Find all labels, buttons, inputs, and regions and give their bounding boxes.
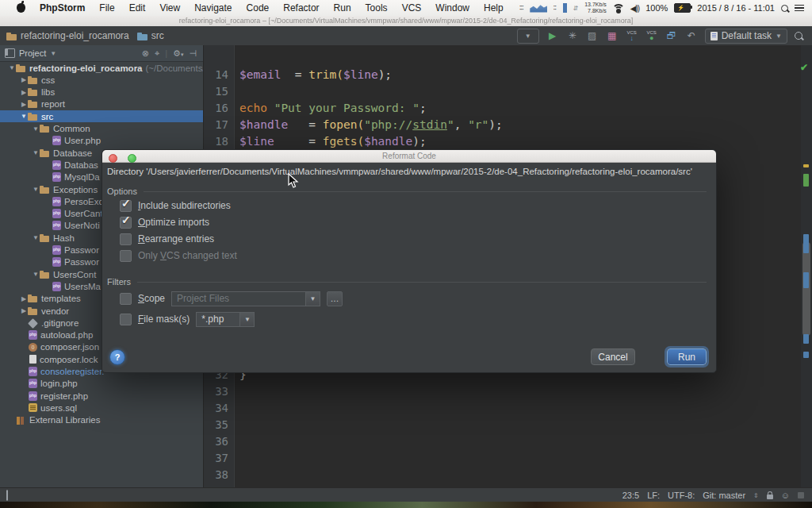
coverage-icon[interactable]: ▨ xyxy=(586,29,599,43)
tree-collapsed-icon[interactable]: ▶ xyxy=(20,76,28,83)
line-number: 34 xyxy=(205,400,228,417)
istat-mem-icon[interactable]: ▪▪▪▪ xyxy=(553,5,556,12)
tree-expanded-icon[interactable]: ▼ xyxy=(32,234,40,241)
tree-collapsed-icon[interactable]: ▶ xyxy=(20,295,28,302)
rollback-icon[interactable]: ↶ xyxy=(685,29,698,43)
tree-expanded-icon[interactable]: ▼ xyxy=(8,64,16,71)
istat-bar-icon[interactable] xyxy=(563,3,567,13)
search-everywhere-icon[interactable] xyxy=(795,32,802,40)
checkbox-checked[interactable] xyxy=(120,200,132,212)
php-icon xyxy=(52,136,61,145)
hector-inspector-icon[interactable]: ☺ xyxy=(781,491,790,500)
tree-collapsed-icon[interactable]: ▶ xyxy=(20,89,28,96)
menu-item-vcs[interactable]: VCS xyxy=(395,0,429,16)
spotlight-icon[interactable] xyxy=(781,5,788,12)
chevron-down-icon[interactable]: ▼ xyxy=(50,50,56,57)
close-window-button[interactable] xyxy=(109,154,117,163)
chevron-down-icon[interactable]: ▼ xyxy=(240,312,255,327)
tree-collapsed-icon[interactable]: ▶ xyxy=(20,101,28,108)
configure-colors-icon[interactable]: ▦ xyxy=(606,29,619,43)
breadcrumb-item[interactable]: src xyxy=(137,30,164,41)
tree-item-libs[interactable]: ▶libs xyxy=(0,87,204,98)
show-changes-icon[interactable]: 🗗 xyxy=(665,29,678,43)
volume-icon[interactable]: ◀)) xyxy=(630,4,639,13)
vcs-commit-icon[interactable]: VCS● xyxy=(645,29,658,43)
battery-icon[interactable]: ⚡ xyxy=(674,3,691,13)
network-speed[interactable]: 13.7Kb/s 7.8Kb/s xyxy=(584,2,607,14)
tree-collapsed-icon[interactable]: ▶ xyxy=(20,307,28,314)
istat-arrows-icon[interactable]: ⇵ xyxy=(573,5,579,12)
gear-icon[interactable]: ⚙▾ xyxy=(173,48,183,59)
chevron-down-icon[interactable]: ▼ xyxy=(306,291,320,306)
file-mask-combo[interactable]: *.php ▼ xyxy=(196,312,255,327)
tree-item-users-sql[interactable]: users.sql xyxy=(0,402,204,414)
checkbox-checked[interactable] xyxy=(120,217,132,229)
menu-item-edit[interactable]: Edit xyxy=(122,0,153,16)
scrollbar-thumb[interactable] xyxy=(802,242,810,336)
project-panel-title[interactable]: Project xyxy=(19,48,46,58)
tree-item-label: composer.lock xyxy=(40,355,98,364)
run-button[interactable]: Run xyxy=(667,348,707,365)
task-combo[interactable]: Default task ▼ xyxy=(705,29,787,44)
menu-clock[interactable]: 2015 / 8 / 16 - 11:01 xyxy=(697,3,775,13)
scrollbar-mark xyxy=(803,164,809,167)
file-mask-checkbox[interactable] xyxy=(120,314,132,325)
tree-expanded-icon[interactable]: ▼ xyxy=(32,186,40,193)
help-button[interactable]: ? xyxy=(109,349,125,365)
toolwindow-toggle[interactable] xyxy=(0,491,8,500)
line-ending[interactable]: LF: xyxy=(647,491,660,500)
encoding[interactable]: UTF-8: xyxy=(668,491,695,500)
divider: | xyxy=(165,48,167,58)
vcs-update-icon[interactable]: VCS↓ xyxy=(626,29,638,43)
istat-cpu-graph-icon[interactable] xyxy=(530,4,547,13)
collapse-all-icon[interactable]: ⊗ xyxy=(142,48,149,59)
scroll-to-source-icon[interactable]: ⌖ xyxy=(155,48,159,59)
editor-scrollbar[interactable] xyxy=(801,45,812,487)
browse-scope-button[interactable]: … xyxy=(327,291,343,306)
tree-item-login-php[interactable]: login.php xyxy=(0,378,204,390)
git-branch[interactable]: Git: master xyxy=(703,491,745,500)
breadcrumb-item[interactable]: refactoring-eloi_rocamora xyxy=(6,30,129,41)
checkbox-unchecked[interactable] xyxy=(120,233,132,245)
hide-panel-icon[interactable]: ⊣ xyxy=(189,48,197,59)
tree-item-register-php[interactable]: register.php xyxy=(0,390,204,402)
apple-menu[interactable] xyxy=(10,0,33,16)
notification-center-icon[interactable] xyxy=(795,5,804,12)
tree-item-refactoring-eloi-rocamora[interactable]: ▼refactoring-eloi_rocamora(~/Documents/V… xyxy=(0,62,204,74)
scope-checkbox[interactable] xyxy=(120,293,132,305)
menu-item-window[interactable]: Window xyxy=(428,0,477,16)
tree-expanded-icon[interactable]: ▼ xyxy=(20,113,28,120)
tree-expanded-icon[interactable]: ▼ xyxy=(32,149,40,156)
menu-item-run[interactable]: Run xyxy=(327,0,358,16)
menu-item-navigate[interactable]: Navigate xyxy=(187,0,239,16)
debug-icon[interactable]: ✳ xyxy=(566,29,579,43)
tree-item-report[interactable]: ▶report xyxy=(0,98,204,110)
menu-item-file[interactable]: File xyxy=(92,0,121,16)
tree-item-css[interactable]: ▶css xyxy=(0,74,204,86)
tree-item-common[interactable]: ▼Common xyxy=(0,123,204,135)
menu-item-tools[interactable]: Tools xyxy=(358,0,395,16)
scope-combo[interactable]: Project Files ▼ xyxy=(171,291,320,306)
tree-item-external-libraries[interactable]: External Libraries xyxy=(0,414,204,426)
php-icon xyxy=(52,197,61,206)
tree-item-src[interactable]: ▼src xyxy=(0,110,204,122)
dialog-title-bar[interactable]: Reformat Code xyxy=(102,150,716,163)
menu-item-code[interactable]: Code xyxy=(239,0,277,16)
menu-item-phpstorm[interactable]: PhpStorm xyxy=(33,0,92,16)
inspection-ok-icon[interactable]: ✔ xyxy=(800,63,810,72)
menu-item-help[interactable]: Help xyxy=(477,0,511,16)
caret-position[interactable]: 23:5 xyxy=(622,491,639,500)
tree-expanded-icon[interactable]: ▼ xyxy=(32,271,40,278)
zoom-window-button[interactable] xyxy=(128,154,136,163)
lock-icon[interactable] xyxy=(767,495,773,499)
istat-text-icon[interactable]: ▪▪▪▪▪▪ xyxy=(520,5,524,12)
wifi-icon[interactable] xyxy=(613,4,624,12)
tree-expanded-icon[interactable]: ▼ xyxy=(32,125,40,133)
run-config-dropdown[interactable]: ▼ xyxy=(517,29,539,44)
cancel-button[interactable]: Cancel xyxy=(591,348,635,365)
run-icon[interactable]: ▶ xyxy=(546,29,559,43)
checkbox-unchecked[interactable] xyxy=(120,250,132,262)
menu-item-refactor[interactable]: Refactor xyxy=(276,0,326,16)
menu-item-view[interactable]: View xyxy=(152,0,187,16)
tree-item-user-php[interactable]: User.php xyxy=(0,135,204,147)
